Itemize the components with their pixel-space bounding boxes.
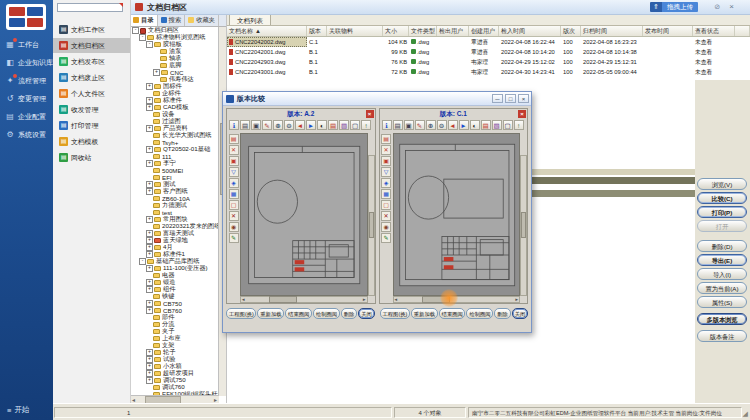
pan-right-icon[interactable]: ► xyxy=(306,120,316,130)
tree-node[interactable]: 底脚 xyxy=(132,62,219,69)
tree-node[interactable]: 电器 xyxy=(132,272,219,279)
palette-icon[interactable]: ▧ xyxy=(492,120,502,130)
expand-icon[interactable]: + xyxy=(146,377,153,384)
cad-canvas-b[interactable] xyxy=(393,133,521,296)
maximize-button[interactable]: □ xyxy=(505,94,516,103)
filter-icon[interactable]: ▽ xyxy=(381,167,391,177)
rail-button[interactable]: 属性(S) xyxy=(697,296,747,308)
module-item[interactable]: ▤收发管理 xyxy=(53,102,130,117)
pane-close-icon[interactable]: × xyxy=(366,110,374,118)
module-item[interactable]: ▤文档模板 xyxy=(53,134,130,149)
expand-icon[interactable]: + xyxy=(146,104,153,111)
tree-node[interactable]: +组件 xyxy=(132,286,219,293)
note-icon[interactable]: ◈ xyxy=(229,178,239,188)
rail-button[interactable]: 浏览(V) xyxy=(697,178,747,190)
pane-vertical-scrollbar[interactable] xyxy=(368,155,375,296)
table-row[interactable]: CNC22043001.dwgB.172 KB.dwg韦家理2022-04-30… xyxy=(227,67,750,77)
pin-icon[interactable]: ◉ xyxy=(229,222,239,232)
expand-icon[interactable]: + xyxy=(146,160,153,167)
contrast-icon[interactable]: ◐ xyxy=(470,120,480,130)
info-icon[interactable]: ℹ xyxy=(229,120,239,130)
tree-node[interactable]: +CB750 xyxy=(132,300,219,307)
expand-icon[interactable]: + xyxy=(146,251,153,258)
scroll-right-icon[interactable]: ► xyxy=(362,297,366,302)
pane-vertical-scrollbar[interactable] xyxy=(520,155,527,296)
pane-button[interactable]: 重新加载 xyxy=(411,308,438,319)
pane-button[interactable]: 工程图(换) xyxy=(380,308,410,319)
module-item[interactable]: ▤打印管理 xyxy=(53,118,130,133)
layers-icon[interactable]: ▤ xyxy=(481,120,491,130)
print-icon[interactable]: ▤ xyxy=(240,120,250,130)
pane-button[interactable]: 重新加载 xyxy=(257,308,284,319)
scrollbar-thumb[interactable] xyxy=(269,296,297,303)
expand-icon[interactable]: + xyxy=(146,265,153,272)
grid-icon[interactable]: ▦ xyxy=(381,189,391,199)
tree-node[interactable]: 500MEI xyxy=(132,167,219,174)
table-row[interactable]: CNC22042002.dwgC.1104 KB.dwg覃进喜2022-04-0… xyxy=(227,37,750,47)
column-header[interactable]: 检出用户 xyxy=(437,26,469,36)
x-icon[interactable]: ✕ xyxy=(381,211,391,221)
sidebar-item[interactable]: ⚙系统设置 xyxy=(0,126,53,144)
pane-button[interactable]: 绘制圈阅 xyxy=(466,308,493,319)
module-item[interactable]: ▤回收站 xyxy=(53,150,130,165)
note-icon[interactable]: ◈ xyxy=(381,178,391,188)
rail-button[interactable]: 比较(C) xyxy=(697,192,747,204)
expand-icon[interactable]: + xyxy=(146,286,153,293)
brush-icon[interactable]: ✎ xyxy=(229,233,239,243)
module-item[interactable]: ▤文档废止区 xyxy=(53,70,130,85)
pencil-icon[interactable]: ✎ xyxy=(415,120,425,130)
zoom-out-icon[interactable]: ⊖ xyxy=(437,120,447,130)
column-header[interactable]: 关联物料 xyxy=(327,26,383,36)
tree-node[interactable]: +李宁 xyxy=(132,160,219,167)
tree-node[interactable]: +CB760 xyxy=(132,307,219,314)
scroll-left-icon[interactable]: ◄ xyxy=(241,297,245,302)
dialog-title-bar[interactable]: 版本比较 ─ □ × xyxy=(223,92,531,106)
sidebar-item[interactable]: ↺变更管理 xyxy=(0,90,53,108)
close-red-icon[interactable]: ✕ xyxy=(381,145,391,155)
expand-icon[interactable]: + xyxy=(146,307,153,314)
module-item[interactable]: ▤个人文件区 xyxy=(53,86,130,101)
tree-node[interactable]: 部件 xyxy=(132,314,219,321)
pane-button[interactable]: 工程图(换) xyxy=(226,308,256,319)
pin-icon[interactable]: ◉ xyxy=(381,222,391,232)
column-header[interactable]: 查看状态 xyxy=(693,26,735,36)
window-icon[interactable]: ▢ xyxy=(503,120,513,130)
box-icon[interactable]: ▢ xyxy=(381,200,391,210)
cad-canvas-a[interactable] xyxy=(240,133,368,296)
column-header[interactable]: 版次 xyxy=(561,26,581,36)
pane-button[interactable]: 结束圈阅 xyxy=(285,308,312,319)
module-item[interactable]: ▤文档工作区 xyxy=(53,22,130,37)
column-header[interactable]: 文件类型 xyxy=(409,26,437,36)
scrollbar-thumb[interactable] xyxy=(369,212,374,238)
sidebar-item[interactable]: ▦工作台 xyxy=(0,36,53,54)
column-header[interactable]: 大小 xyxy=(383,26,409,36)
collapse-icon[interactable]: - xyxy=(146,41,153,48)
tab-search[interactable]: 搜索 xyxy=(158,14,186,26)
expand-icon[interactable]: + xyxy=(153,69,160,76)
filter-icon[interactable]: ▽ xyxy=(229,167,239,177)
collapse-icon[interactable]: - xyxy=(139,258,146,265)
tree-node[interactable]: 铁键 xyxy=(132,293,219,300)
column-header[interactable]: 创建用户 xyxy=(469,26,499,36)
tree-node[interactable]: EFI xyxy=(132,174,219,181)
start-button[interactable]: ≡ 开始 xyxy=(7,405,29,415)
tree-node[interactable]: 力德测试 xyxy=(132,202,219,209)
resize-grip[interactable]: ◢ xyxy=(743,410,750,420)
layers-icon[interactable]: ▤ xyxy=(229,134,239,144)
pan-left-icon[interactable]: ◄ xyxy=(295,120,305,130)
tab-catalog[interactable]: 目录 xyxy=(130,14,158,26)
module-search-input[interactable] xyxy=(57,3,123,12)
close-icon[interactable]: × xyxy=(729,2,734,11)
zoom-in-icon[interactable]: ⊕ xyxy=(426,120,436,130)
collapse-icon[interactable]: - xyxy=(132,27,139,34)
pan-right-icon[interactable]: ► xyxy=(459,120,469,130)
pane-button[interactable]: 结束圈阅 xyxy=(439,308,466,319)
column-header[interactable]: 归档时间 xyxy=(581,26,643,36)
sidebar-item[interactable]: ▤企业配置 xyxy=(0,108,53,126)
tree-node[interactable]: +客户图纸 xyxy=(132,188,219,195)
tree-node[interactable]: +111-100(变压器) xyxy=(132,265,219,272)
brush-icon[interactable]: ✎ xyxy=(381,233,391,243)
attach-icon[interactable]: ⊘ xyxy=(714,3,720,11)
pane-close-icon[interactable]: × xyxy=(518,110,526,118)
rail-button[interactable]: 删除(D) xyxy=(697,240,747,252)
